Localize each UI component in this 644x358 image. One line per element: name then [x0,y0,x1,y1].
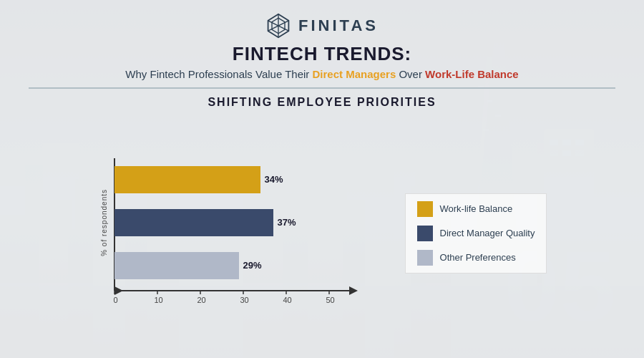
bars-wrapper: 34% 37% 29% [114,151,384,294]
bar-row-manager: 37% [114,207,384,238]
logo-area: FINITAS [265,13,379,39]
finitas-logo-icon [265,13,291,39]
main-content: FINITAS FINTECH TRENDS: Why Fintech Prof… [0,0,644,358]
chart-area: 34% 37% 29% [113,151,384,316]
x-tick-10: 10 [154,296,162,304]
bar-label-manager: 37% [277,217,296,228]
legend-color-manager [417,226,433,241]
legend-item-other: Other Preferences [417,250,535,266]
x-tick-40: 40 [283,296,291,304]
chart-legend: Work-life Balance Direct Manager Quality… [405,193,547,274]
chart-and-legend: % of respondents [29,116,615,352]
x-axis-labels: 0 10 20 30 40 50 [114,296,384,316]
subtitle-prefix: Why Fintech Professionals Value Their [125,68,312,80]
subtitle: Why Fintech Professionals Value Their Di… [125,68,518,80]
x-tick-50: 50 [326,296,334,304]
bar-label-other: 29% [243,260,261,271]
legend-item-manager: Direct Manager Quality [417,226,535,241]
bar-row-other: 29% [114,250,384,281]
legend-label-worklife: Work-life Balance [440,203,513,214]
bar-row-worklife: 34% [114,164,384,195]
bar-other: 29% [114,252,239,279]
y-axis-label: % of respondents [97,151,112,294]
x-tick-0: 0 [113,296,117,304]
bar-manager: 37% [114,209,273,236]
bar-label-worklife: 34% [264,174,283,185]
legend-label-other: Other Preferences [440,252,516,263]
legend-color-worklife [417,201,433,217]
main-title: FINTECH TRENDS: [233,43,411,65]
subtitle-middle: Over [396,68,425,80]
x-tick-20: 20 [197,296,205,304]
legend-item-worklife: Work-life Balance [417,201,535,217]
chart-container: % of respondents [97,151,384,316]
section-divider [29,87,615,89]
y-axis-text: % of respondents [100,189,108,256]
subtitle-highlight-managers: Direct Managers [313,68,396,80]
chart-section: SHIFTING EMPLOYEE PRIORITIES % of respon… [29,96,615,352]
legend-color-other [417,250,433,266]
logo-text: FINITAS [298,16,379,35]
chart-title: SHIFTING EMPLOYEE PRIORITIES [208,96,436,109]
x-tick-30: 30 [240,296,248,304]
bar-worklife: 34% [114,166,260,193]
legend-label-manager: Direct Manager Quality [440,228,535,238]
subtitle-highlight-balance: Work-Life Balance [425,68,519,80]
